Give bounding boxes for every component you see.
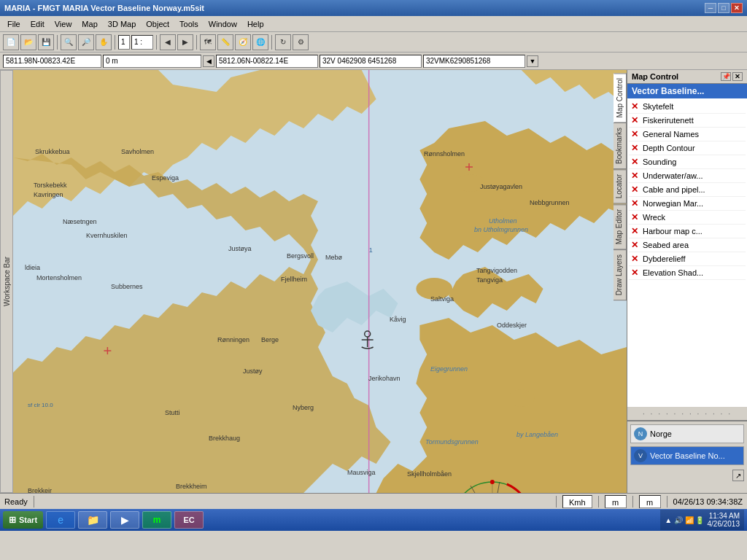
menu-object[interactable]: Object	[142, 18, 174, 30]
tab-locator-label: Locator	[615, 174, 623, 198]
layer-skytefelt-toggle[interactable]: ✕	[631, 101, 640, 112]
layer-fiskerirutenett-toggle[interactable]: ✕	[631, 115, 640, 125]
layer-cable-pipe[interactable]: ✕ Cable and pipel...	[629, 183, 746, 197]
menu-map[interactable]: Map	[77, 18, 101, 30]
layer-harbour-map[interactable]: ✕ Harbour map c...	[629, 225, 746, 238]
menu-help[interactable]: Help	[243, 18, 268, 30]
layer-wreck[interactable]: ✕ Wreck	[629, 211, 746, 225]
tab-locator[interactable]: Locator	[614, 169, 627, 203]
zoom-in-button[interactable]: 🔍	[61, 34, 77, 50]
map-container[interactable]: 1 1 Skrukkebua Savholmen Rønnsholmen Esp…	[13, 70, 627, 493]
forward-button[interactable]: ▶	[177, 34, 193, 50]
layer-depth-contour[interactable]: ✕ Depth Contour	[629, 141, 746, 155]
layer-norwegian-mar-toggle[interactable]: ✕	[631, 198, 640, 209]
globe-button[interactable]: 🌐	[252, 34, 268, 50]
layer-skytefelt[interactable]: ✕ Skytefelt	[629, 100, 746, 114]
coord1-field[interactable]	[3, 55, 101, 68]
layer-norwegian-mar[interactable]: ✕ Norwegian Mar...	[629, 197, 746, 211]
dist-field[interactable]	[103, 55, 201, 68]
coord-dropdown-button[interactable]: ▼	[527, 55, 538, 67]
layer-underwater-label: Underwater/aw...	[643, 171, 743, 180]
tray-time: 11:34 AM	[708, 512, 740, 520]
measure-button[interactable]: 📏	[217, 34, 233, 50]
toolbar-separator-1	[57, 35, 58, 50]
layer-underwater[interactable]: ✕ Underwater/aw...	[629, 169, 746, 183]
taskbar-ie[interactable]: e	[46, 511, 75, 529]
layer-cable-pipe-toggle[interactable]: ✕	[631, 184, 640, 195]
menu-tools[interactable]: Tools	[175, 18, 203, 30]
layer-sounding-label: Sounding	[643, 158, 743, 166]
tab-draw-layers-label: Draw Layers	[615, 254, 623, 295]
pin-button[interactable]: 📌	[721, 72, 731, 81]
pan-button[interactable]: ✋	[96, 34, 112, 50]
tab-map-editor[interactable]: Map Editor	[614, 204, 627, 249]
menu-file[interactable]: File	[3, 18, 25, 30]
minimize-button[interactable]: ─	[705, 3, 716, 13]
layer-harbour-map-toggle[interactable]: ✕	[631, 226, 640, 236]
layer-seabed-area-toggle[interactable]: ✕	[631, 240, 640, 250]
layer-underwater-toggle[interactable]: ✕	[631, 171, 640, 181]
save-button[interactable]: 💾	[38, 34, 54, 50]
start-button[interactable]: ⊞ Start	[3, 511, 43, 529]
svg-point-2	[496, 209, 518, 223]
maximize-button[interactable]: □	[718, 3, 729, 13]
title-text: MARIA - FMGT MARIA Vector Baseline Norwa…	[4, 4, 204, 12]
workspace-bar[interactable]: Workspace Bar	[0, 70, 13, 493]
map-svg: 1 1	[13, 70, 627, 493]
taskbar-media[interactable]: ▶	[110, 511, 139, 529]
layer-dybderelieff-label: Dybderelieff	[643, 254, 743, 263]
taskbar-app-m[interactable]: m	[142, 511, 171, 529]
menu-view[interactable]: View	[50, 18, 77, 30]
base-layer-vector-baseline[interactable]: V Vector Baseline No...	[630, 446, 744, 465]
tab-map-control[interactable]: Map Control	[614, 73, 627, 122]
zoom-scale-input[interactable]	[131, 35, 153, 50]
tab-bookmarks[interactable]: Bookmarks	[614, 122, 627, 169]
norge-icon: N	[634, 427, 647, 440]
layers-settings-button[interactable]: ↗	[732, 470, 744, 481]
status-sep-4	[632, 496, 633, 508]
layer-dybderelieff-toggle[interactable]: ✕	[631, 254, 640, 264]
close-button[interactable]: ✕	[731, 3, 743, 13]
panel-close-button[interactable]: ✕	[732, 72, 743, 81]
layer-wreck-toggle[interactable]: ✕	[631, 212, 640, 222]
settings-button[interactable]: ⚙	[293, 34, 309, 50]
zoom-input[interactable]	[118, 35, 130, 50]
layer-elevation-shad-label: Elevation Shad...	[643, 268, 743, 277]
system-tray: ▲ 🔊 📶 🔋 11:34 AM 4/26/2013	[660, 510, 744, 530]
tab-draw-layers[interactable]: Draw Layers	[614, 249, 627, 300]
layer-elevation-shad[interactable]: ✕ Elevation Shad...	[629, 266, 746, 280]
menu-3dmap[interactable]: 3D Map	[104, 18, 141, 30]
layer-general-names-toggle[interactable]: ✕	[631, 129, 640, 139]
taskbar-app-ec[interactable]: EC	[174, 511, 204, 529]
utm-field[interactable]	[320, 55, 422, 68]
layer-button[interactable]: 🗺	[200, 34, 216, 50]
coord-prev-button[interactable]: ◀	[203, 55, 214, 67]
layer-sounding[interactable]: ✕ Sounding	[629, 155, 746, 169]
status-datetime: 04/26/13 09:34:38Z	[673, 497, 743, 506]
layer-elevation-shad-toggle[interactable]: ✕	[631, 268, 640, 278]
layer-norwegian-mar-label: Norwegian Mar...	[643, 199, 743, 208]
mgrs-field[interactable]	[423, 55, 525, 68]
layer-sounding-toggle[interactable]: ✕	[631, 157, 640, 167]
taskbar-folder[interactable]: 📁	[78, 511, 107, 529]
refresh-button[interactable]: ↻	[275, 34, 291, 50]
layer-harbour-map-label: Harbour map c...	[643, 227, 743, 236]
menu-edit[interactable]: Edit	[26, 18, 49, 30]
layer-depth-contour-toggle[interactable]: ✕	[631, 143, 640, 153]
layer-cable-pipe-label: Cable and pipel...	[643, 185, 743, 194]
coord2-field[interactable]	[216, 55, 318, 68]
taskbar: ⊞ Start e 📁 ▶ m EC ▲ 🔊 📶 🔋 11:34 AM 4/26…	[0, 509, 747, 531]
svg-point-1	[456, 174, 485, 192]
layer-seabed-area[interactable]: ✕ Seabed area	[629, 238, 746, 252]
compass-button[interactable]: 🧭	[235, 34, 251, 50]
new-button[interactable]: 📄	[3, 34, 19, 50]
zoom-out-button[interactable]: 🔎	[78, 34, 94, 50]
open-button[interactable]: 📂	[20, 34, 36, 50]
back-button[interactable]: ◀	[160, 34, 176, 50]
menu-window[interactable]: Window	[204, 18, 241, 30]
base-layer-norge[interactable]: N Norge	[630, 424, 744, 443]
layer-dybderelieff[interactable]: ✕ Dybderelieff	[629, 252, 746, 266]
layer-fiskerirutenett[interactable]: ✕ Fiskerirutenett	[629, 114, 746, 128]
layer-general-names[interactable]: ✕ General Names	[629, 128, 746, 141]
layer-skytefelt-label: Skytefelt	[643, 102, 743, 111]
